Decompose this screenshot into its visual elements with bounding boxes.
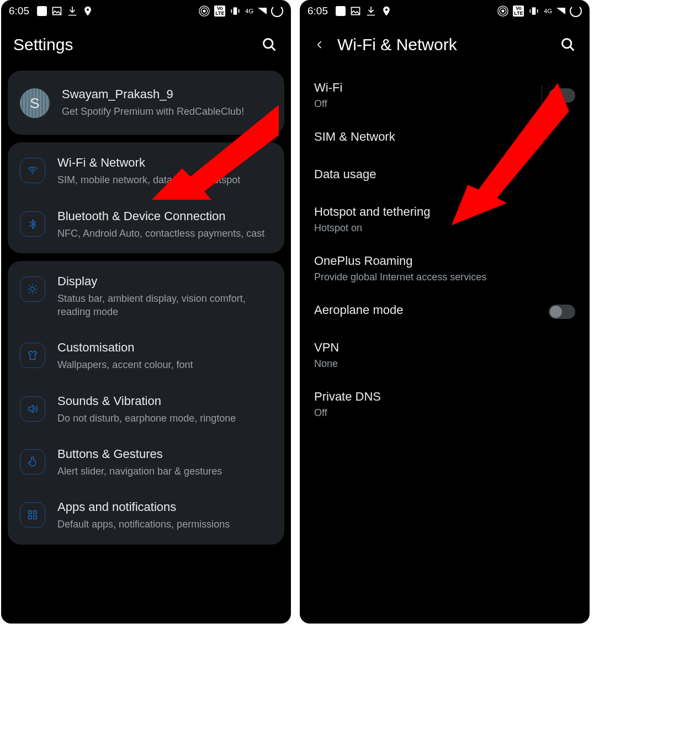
list-item-aeroplane[interactable]: Aeroplane mode — [300, 293, 590, 331]
search-button[interactable] — [260, 35, 279, 54]
back-button[interactable] — [312, 37, 327, 52]
svg-rect-17 — [532, 7, 536, 14]
item-sub: Do not disturb, earphone mode, ringtone — [57, 412, 272, 425]
page-header: Wi-Fi & Network — [300, 22, 590, 71]
list-item-roaming[interactable]: OnePlus Roaming Provide global Internet … — [300, 244, 590, 293]
item-sub: Default apps, notifications, permissions — [57, 518, 272, 531]
item-sub: Off — [314, 407, 575, 419]
item-title: VPN — [314, 340, 575, 355]
settings-item-display[interactable]: Display Status bar, ambient display, vis… — [8, 263, 284, 330]
image-icon — [51, 6, 62, 17]
svg-rect-8 — [29, 511, 32, 514]
profile-name: Swayam_Prakash_9 — [62, 87, 272, 102]
download-icon — [365, 6, 376, 17]
item-sub: None — [314, 358, 575, 370]
search-button[interactable] — [559, 35, 577, 54]
image-icon — [350, 6, 361, 17]
wifi-icon — [20, 158, 45, 183]
item-title: OnePlus Roaming — [314, 254, 575, 268]
list-item-private-dns[interactable]: Private DNS Off — [300, 380, 590, 429]
item-title: Apps and notifications — [57, 500, 272, 514]
svg-rect-10 — [29, 516, 32, 519]
settings-item-apps[interactable]: Apps and notifications Default apps, not… — [8, 489, 284, 542]
avatar-initial: S — [30, 95, 39, 112]
phone-settings: 6:05 VoLTE 4G Settings S — [1, 0, 291, 624]
list-item-sim-network[interactable]: SIM & Network — [300, 120, 590, 157]
item-sub: Hotspot on — [314, 222, 575, 234]
svg-point-7 — [30, 287, 34, 291]
signal-icon — [556, 8, 565, 14]
item-title: Customisation — [57, 340, 272, 355]
aeroplane-toggle[interactable] — [549, 305, 575, 319]
volte-icon: VoLTE — [214, 6, 225, 17]
wifi-toggle[interactable] — [549, 88, 575, 103]
cast-icon — [199, 6, 210, 17]
page-header: Settings — [1, 22, 291, 71]
svg-point-13 — [385, 8, 388, 10]
profile-card[interactable]: S Swayam_Prakash_9 Get Spotify Premium w… — [8, 71, 284, 135]
display-card: Display Status bar, ambient display, vis… — [8, 261, 284, 545]
network-type: 4G — [245, 8, 253, 14]
location-icon — [381, 6, 392, 17]
settings-list: Wi-Fi Off SIM & Network Data usage Hotsp… — [300, 71, 590, 429]
item-title: Sounds & Vibration — [57, 394, 272, 408]
phone-wifi-network: 6:05 VoLTE 4G Wi-Fi & Network — [300, 0, 590, 624]
page-title: Wi-Fi & Network — [337, 35, 457, 54]
svg-point-6 — [32, 173, 33, 174]
profile-subtitle: Get Spotify Premium with RedCableClub! — [62, 105, 272, 118]
cast-icon — [497, 6, 508, 17]
signal-icon — [258, 8, 267, 14]
tap-icon — [20, 449, 45, 475]
avatar: S — [20, 88, 50, 118]
svg-rect-9 — [34, 511, 37, 514]
item-title: Data usage — [314, 167, 575, 182]
settings-item-wifi-network[interactable]: Wi-Fi & Network SIM, mobile network, dat… — [8, 145, 284, 198]
svg-point-1 — [203, 10, 206, 13]
item-title: Hotspot and tethering — [314, 205, 575, 219]
svg-point-5 — [264, 39, 273, 48]
settings-item-bluetooth[interactable]: Bluetooth & Device Connection NFC, Andro… — [8, 198, 284, 251]
item-title: Display — [57, 274, 272, 289]
shirt-icon — [20, 343, 45, 368]
bluetooth-icon — [20, 211, 45, 237]
svg-point-14 — [502, 10, 505, 13]
status-time: 6:05 — [307, 5, 328, 17]
list-item-vpn[interactable]: VPN None — [300, 331, 590, 380]
chevron-left-icon — [315, 38, 324, 51]
location-icon — [82, 6, 93, 17]
svg-point-18 — [563, 39, 571, 48]
settings-item-customisation[interactable]: Customisation Wallpapers, accent colour,… — [8, 329, 284, 382]
status-bar: 6:05 VoLTE 4G — [300, 0, 590, 22]
item-title: Wi-Fi — [314, 81, 542, 95]
svg-rect-11 — [34, 516, 37, 519]
item-title: Wi-Fi & Network — [57, 156, 272, 170]
settings-item-sounds[interactable]: Sounds & Vibration Do not disturb, earph… — [8, 383, 284, 436]
svg-point-0 — [87, 8, 89, 10]
app-icon — [336, 6, 346, 16]
status-bar: 6:05 VoLTE 4G — [1, 0, 291, 22]
loading-spinner-icon — [271, 5, 283, 17]
network-type: 4G — [544, 8, 552, 14]
list-item-wifi[interactable]: Wi-Fi Off — [300, 71, 590, 120]
status-time: 6:05 — [9, 5, 29, 17]
item-sub: Alert slider, navigation bar & gestures — [57, 465, 272, 478]
app-icon — [37, 6, 47, 16]
speaker-icon — [20, 396, 45, 422]
item-sub: Provide global Internet access services — [314, 271, 575, 283]
apps-grid-icon — [20, 502, 45, 528]
vibrate-icon — [230, 6, 241, 17]
item-title: Bluetooth & Device Connection — [57, 209, 272, 223]
list-item-data-usage[interactable]: Data usage — [300, 157, 590, 195]
separator — [542, 86, 542, 105]
list-item-hotspot[interactable]: Hotspot and tethering Hotspot on — [300, 195, 590, 244]
volte-icon: VoLTE — [513, 6, 524, 17]
vibrate-icon — [528, 6, 539, 17]
item-title: SIM & Network — [314, 130, 575, 144]
settings-item-buttons[interactable]: Buttons & Gestures Alert slider, navigat… — [8, 436, 284, 489]
search-icon — [262, 37, 277, 52]
item-sub: Off — [314, 98, 542, 110]
item-sub: SIM, mobile network, data usage, hotspot — [57, 173, 272, 187]
download-icon — [67, 6, 78, 17]
svg-rect-4 — [234, 7, 237, 14]
brightness-icon — [20, 276, 45, 302]
